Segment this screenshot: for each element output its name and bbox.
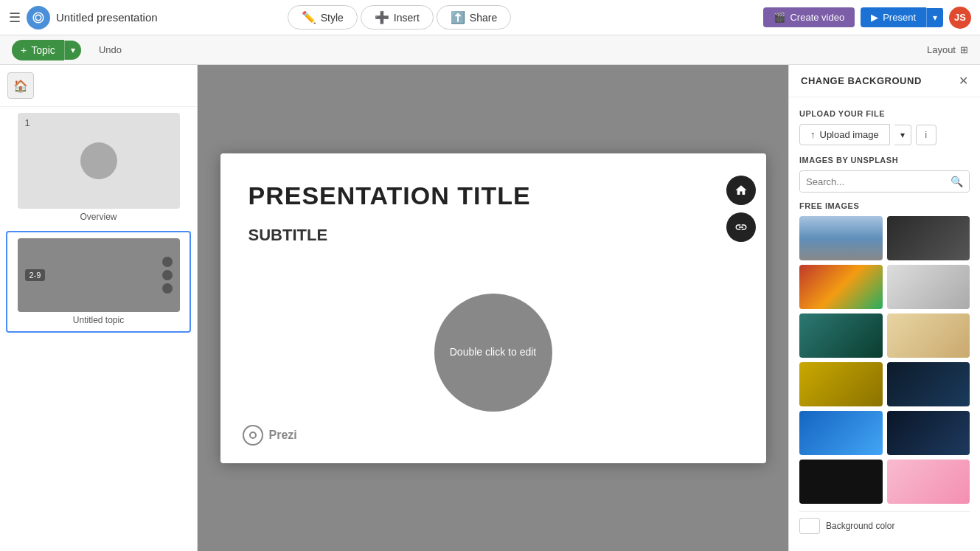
canvas-area[interactable]: PRESENTATION TITLE SUBTITLE Double click… <box>198 65 788 551</box>
avatar[interactable]: JS <box>949 7 971 29</box>
double-click-hint: Double click to edit <box>450 345 537 360</box>
overview-label: Overview <box>6 212 191 222</box>
share-nav-button[interactable]: ⬆️ Share <box>437 5 511 30</box>
prezi-logo: Prezi <box>243 425 297 446</box>
prezi-logo-circle <box>243 425 263 446</box>
overview-slide-item[interactable]: 1 Overview <box>0 107 197 228</box>
search-icon[interactable]: 🔍 <box>945 171 969 192</box>
upload-image-button[interactable]: ↑ Upload image <box>799 124 890 145</box>
search-row: 🔍 <box>799 170 970 193</box>
info-button[interactable]: i <box>916 125 936 145</box>
image-thumb-aerial[interactable] <box>799 313 883 358</box>
overview-thumbnail: 1 <box>18 113 180 209</box>
image-thumb-tech-blue[interactable] <box>887 362 970 406</box>
main-area: 🏠 1 Overview 2-9 Untitled topic <box>0 65 980 551</box>
images-grid <box>799 216 970 504</box>
presentation-title[interactable]: Untitled presentation <box>56 11 158 24</box>
overview-circle <box>80 142 117 179</box>
topic-dropdown-button[interactable]: ▾ <box>64 41 81 60</box>
insert-icon: ➕ <box>375 10 389 24</box>
sidebar: 🏠 1 Overview 2-9 Untitled topic <box>0 65 198 551</box>
image-thumb-black[interactable] <box>799 460 883 504</box>
image-thumb-mountains[interactable] <box>799 216 883 260</box>
upload-icon: ↑ <box>810 129 816 140</box>
topbar: ☰ Untitled presentation ✏️ Style ➕ Inser… <box>0 0 980 35</box>
image-thumb-pink[interactable] <box>887 460 970 504</box>
free-images-label: FREE IMAGES <box>799 201 970 210</box>
image-thumb-hallway[interactable] <box>887 313 970 358</box>
style-icon: ✏️ <box>302 10 316 24</box>
add-topic-button-group: + Topic ▾ <box>12 40 81 60</box>
logo-icon[interactable] <box>27 6 50 30</box>
plus-icon: + <box>21 44 27 56</box>
right-panel: CHANGE BACKGROUND ✕ UPLOAD YOUR FILE ↑ U… <box>788 65 980 551</box>
slide-main-circle[interactable]: Double click to edit <box>434 294 552 412</box>
slide-link-icon-button[interactable] <box>726 212 756 242</box>
panel-content: UPLOAD YOUR FILE ↑ Upload image ▾ i IMAG… <box>789 97 980 551</box>
topbar-left: ☰ Untitled presentation <box>9 6 158 30</box>
prezi-brand-text: Prezi <box>269 429 297 442</box>
slide-canvas[interactable]: PRESENTATION TITLE SUBTITLE Double click… <box>220 153 766 463</box>
image-thumb-dark[interactable] <box>887 216 970 260</box>
image-thumb-data-viz[interactable] <box>887 411 970 455</box>
present-caret-button[interactable]: ▾ <box>926 8 943 27</box>
topbar-nav: ✏️ Style ➕ Insert ⬆️ Share <box>288 5 512 30</box>
play-icon: ▶ <box>871 12 878 23</box>
insert-nav-button[interactable]: ➕ Insert <box>361 5 434 30</box>
background-color-row: Background color <box>799 511 970 534</box>
image-thumb-gold[interactable] <box>799 362 883 406</box>
upload-dropdown-button[interactable]: ▾ <box>894 125 911 145</box>
video-icon: 🎬 <box>774 12 785 23</box>
slide-title[interactable]: PRESENTATION TITLE <box>249 181 531 210</box>
topic-thumbnail: 2-9 <box>18 238 180 312</box>
topic-range-label: 2-9 <box>25 269 46 281</box>
style-nav-button[interactable]: ✏️ Style <box>288 5 358 30</box>
slide-home-icon-button[interactable] <box>726 176 756 205</box>
image-thumb-blue-tiles[interactable] <box>799 411 883 455</box>
add-topic-button[interactable]: + Topic <box>12 40 64 60</box>
home-button[interactable]: 🏠 <box>7 72 34 99</box>
hamburger-icon[interactable]: ☰ <box>9 10 21 26</box>
bg-color-swatch[interactable] <box>799 518 820 534</box>
unsplash-section-label: IMAGES BY UNSPLASH <box>799 156 970 164</box>
dot-1 <box>162 257 173 267</box>
create-video-button[interactable]: 🎬 Create video <box>763 7 855 27</box>
image-thumb-autumn[interactable] <box>799 265 883 309</box>
topic-dots <box>162 257 173 294</box>
toolbar2: + Topic ▾ Undo Layout ⊞ <box>0 35 980 65</box>
panel-header: CHANGE BACKGROUND ✕ <box>789 65 980 97</box>
close-panel-button[interactable]: ✕ <box>959 74 968 88</box>
bg-color-label: Background color <box>826 521 894 531</box>
panel-title: CHANGE BACKGROUND <box>801 75 922 86</box>
prezi-logo-inner <box>249 432 257 439</box>
image-thumb-world-map[interactable] <box>887 265 970 309</box>
upload-row: ↑ Upload image ▾ i <box>799 124 970 145</box>
share-icon: ⬆️ <box>451 10 465 24</box>
topic-label: Untitled topic <box>13 315 184 325</box>
layout-button[interactable]: Layout ⊞ <box>927 44 968 55</box>
topbar-right: 🎬 Create video ▶ Present ▾ JS <box>763 7 971 29</box>
present-button-group: ▶ Present ▾ <box>861 7 943 27</box>
search-input[interactable] <box>800 172 945 192</box>
topic-slide-item[interactable]: 2-9 Untitled topic <box>6 231 191 333</box>
slide-subtitle[interactable]: SUBTITLE <box>249 226 328 245</box>
upload-section-label: UPLOAD YOUR FILE <box>799 109 970 118</box>
dot-2 <box>162 270 173 280</box>
undo-button[interactable]: Undo <box>93 41 128 58</box>
dot-3 <box>162 283 173 294</box>
sidebar-home: 🏠 <box>0 65 197 107</box>
layout-icon: ⊞ <box>960 44 968 55</box>
present-button[interactable]: ▶ Present <box>861 7 926 27</box>
